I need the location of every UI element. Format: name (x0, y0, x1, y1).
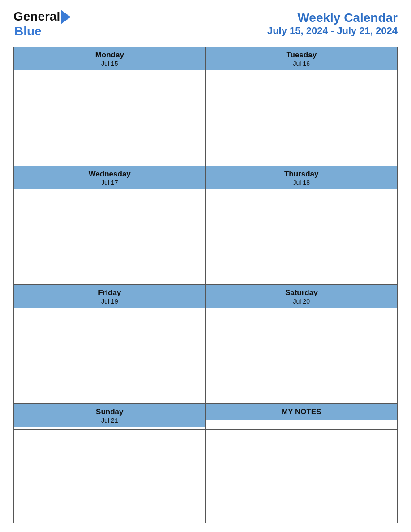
sunday-header-cell: Sunday Jul 21 (14, 404, 206, 430)
thursday-date: Jul 18 (208, 179, 396, 186)
tuesday-name: Tuesday (208, 51, 396, 60)
row-mon-tue-header: Monday Jul 15 Tuesday Jul 16 (14, 47, 398, 73)
wednesday-name: Wednesday (16, 170, 204, 179)
calendar-title: Weekly Calendar (267, 11, 398, 25)
friday-header: Friday Jul 19 (14, 285, 206, 308)
logo-blue-text: Blue (14, 24, 42, 39)
friday-name: Friday (16, 288, 204, 297)
sunday-content-area[interactable] (14, 430, 206, 513)
saturday-header-cell: Saturday Jul 20 (206, 285, 398, 311)
wednesday-content-area[interactable] (14, 192, 206, 275)
friday-content-area[interactable] (14, 311, 206, 394)
friday-date: Jul 19 (16, 298, 204, 305)
logo: General Blue (13, 9, 71, 39)
notes-content-area[interactable] (206, 430, 398, 513)
monday-content-area[interactable] (14, 73, 206, 156)
wednesday-date: Jul 17 (16, 179, 204, 186)
row-sun-notes-content (14, 430, 398, 523)
page-header: General Blue Weekly Calendar July 15, 20… (13, 9, 398, 39)
row-fri-sat-content (14, 311, 398, 404)
tuesday-content-area[interactable] (206, 73, 398, 156)
monday-header-cell: Monday Jul 15 (14, 47, 206, 73)
sunday-header: Sunday Jul 21 (14, 404, 206, 427)
sunday-name: Sunday (16, 408, 204, 416)
wednesday-header-cell: Wednesday Jul 17 (14, 166, 206, 192)
tuesday-header-cell: Tuesday Jul 16 (206, 47, 398, 73)
notes-content (206, 430, 398, 523)
row-mon-tue-content (14, 73, 398, 166)
thursday-header-cell: Thursday Jul 18 (206, 166, 398, 192)
title-area: Weekly Calendar July 15, 2024 - July 21,… (267, 11, 398, 37)
sunday-date: Jul 21 (16, 417, 204, 424)
row-wed-thu-content (14, 192, 398, 285)
row-wed-thu-header: Wednesday Jul 17 Thursday Jul 18 (14, 166, 398, 192)
monday-header: Monday Jul 15 (14, 47, 206, 70)
wednesday-header: Wednesday Jul 17 (14, 166, 206, 189)
sunday-content (14, 430, 206, 523)
thursday-content-area[interactable] (206, 192, 398, 275)
monday-content (14, 73, 206, 166)
saturday-content-area[interactable] (206, 311, 398, 394)
thursday-content (206, 192, 398, 285)
saturday-name: Saturday (208, 288, 396, 297)
friday-header-cell: Friday Jul 19 (14, 285, 206, 311)
date-range: July 15, 2024 - July 21, 2024 (267, 25, 398, 37)
saturday-content (206, 311, 398, 404)
tuesday-header: Tuesday Jul 16 (206, 47, 398, 70)
notes-header: MY NOTES (206, 404, 398, 420)
notes-label: MY NOTES (282, 408, 321, 416)
logo-arrow-icon (61, 10, 71, 24)
monday-date: Jul 15 (16, 60, 204, 67)
friday-content (14, 311, 206, 404)
thursday-name: Thursday (208, 170, 396, 179)
logo-general-text: General (13, 10, 60, 23)
monday-name: Monday (16, 51, 204, 60)
row-sun-notes-header: Sunday Jul 21 MY NOTES (14, 404, 398, 430)
tuesday-date: Jul 16 (208, 60, 396, 67)
notes-header-cell: MY NOTES (206, 404, 398, 430)
row-fri-sat-header: Friday Jul 19 Saturday Jul 20 (14, 285, 398, 311)
thursday-header: Thursday Jul 18 (206, 166, 398, 189)
calendar-grid: Monday Jul 15 Tuesday Jul 16 Wednesday J… (13, 47, 398, 523)
tuesday-content (206, 73, 398, 166)
wednesday-content (14, 192, 206, 285)
saturday-date: Jul 20 (208, 298, 396, 305)
saturday-header: Saturday Jul 20 (206, 285, 398, 308)
